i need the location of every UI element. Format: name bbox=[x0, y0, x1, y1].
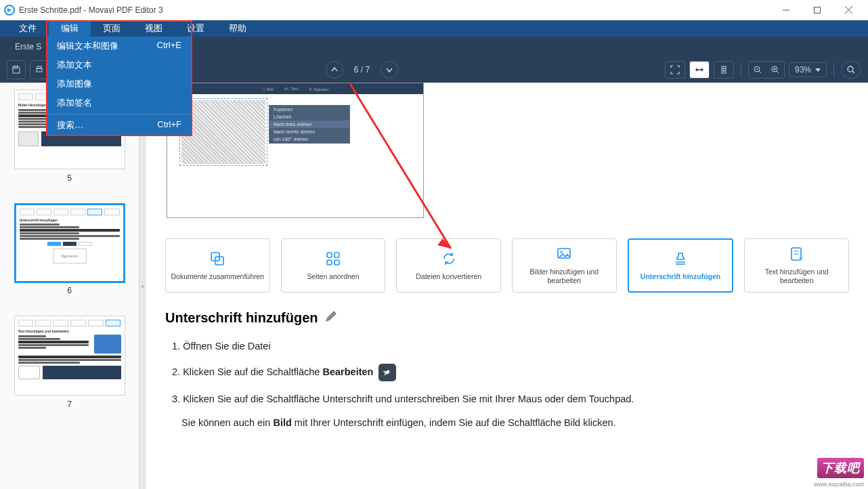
svg-point-27 bbox=[561, 251, 563, 253]
search-button[interactable] bbox=[841, 61, 861, 79]
menubar: 文件 编辑 页面 视图 设置 帮助 bbox=[0, 20, 868, 37]
svg-point-16 bbox=[848, 66, 853, 72]
dd-search[interactable]: 搜索…Ctrl+F bbox=[47, 116, 191, 135]
svg-rect-2 bbox=[815, 7, 821, 13]
thumbnail-number: 5 bbox=[0, 173, 139, 183]
dd-add-signature[interactable]: 添加签名 bbox=[47, 93, 191, 112]
save-button[interactable] bbox=[7, 60, 26, 79]
dd-add-text[interactable]: 添加文本 bbox=[47, 56, 191, 75]
svg-rect-5 bbox=[14, 66, 18, 68]
page-down-button[interactable] bbox=[381, 61, 398, 79]
image-context-menu: Kopieren Löschen Nach links drehen Nach … bbox=[269, 105, 350, 144]
menu-view[interactable]: 视图 bbox=[133, 20, 175, 37]
thumbnail[interactable]: Unterschrift hinzufügen Signature bbox=[14, 203, 125, 283]
card-arrange[interactable]: Seiten anordnen bbox=[281, 238, 386, 293]
stamp-icon bbox=[672, 251, 689, 267]
card-signature[interactable]: Unterschrift hinzufügen bbox=[628, 238, 734, 293]
main-content: ▢ Bild A□ Text ✎ Signatur Kopieren Lösch… bbox=[146, 83, 868, 489]
close-button[interactable] bbox=[833, 0, 864, 20]
svg-rect-24 bbox=[327, 260, 332, 265]
menu-file[interactable]: 文件 bbox=[7, 20, 49, 37]
fit-page-button[interactable] bbox=[714, 61, 734, 79]
edit-dropdown: 编辑文本和图像Ctrl+E 添加文本 添加图像 添加签名 搜索…Ctrl+F bbox=[46, 37, 192, 136]
menu-page[interactable]: 页面 bbox=[91, 20, 133, 37]
ctx-rotate-left[interactable]: Nach links drehen bbox=[269, 121, 349, 128]
card-convert[interactable]: Dateien konvertieren bbox=[396, 238, 501, 293]
maximize-button[interactable] bbox=[802, 0, 833, 20]
menu-help[interactable]: 帮助 bbox=[217, 20, 259, 37]
page-preview: ▢ Bild A□ Text ✎ Signatur Kopieren Lösch… bbox=[167, 83, 424, 218]
svg-rect-25 bbox=[334, 260, 339, 265]
grid-icon bbox=[325, 251, 341, 267]
thumbnail-number: 7 bbox=[0, 400, 139, 409]
titlebar: Erste Schritte.pdf - Movavi PDF Editor 3 bbox=[0, 0, 868, 20]
ctx-rotate-right[interactable]: Nach rechts drehen bbox=[269, 128, 349, 135]
text-icon bbox=[789, 246, 805, 262]
card-text[interactable]: Text hinzufügen und bearbeiten bbox=[744, 238, 849, 293]
thumbnail-number: 6 bbox=[0, 286, 139, 295]
step-1: Öffnen Sie die Datei bbox=[172, 339, 849, 353]
panel-splitter[interactable]: « bbox=[139, 83, 146, 489]
selected-image[interactable] bbox=[179, 98, 267, 166]
menu-edit[interactable]: 编辑 bbox=[49, 20, 91, 37]
app-logo-icon bbox=[4, 5, 15, 16]
svg-rect-22 bbox=[327, 253, 332, 257]
svg-line-15 bbox=[777, 71, 779, 73]
section-heading: Unterschrift hinzufügen bbox=[165, 309, 849, 327]
watermark-url: www.xiazaiba.com bbox=[814, 481, 864, 488]
card-images[interactable]: Bilder hinzufügen und bearbeiten bbox=[512, 238, 617, 293]
svg-line-11 bbox=[759, 71, 761, 73]
ctx-rotate-180[interactable]: Um 180° drehen bbox=[269, 135, 349, 143]
thumbnail-panel: Bilder Hinzufügen 5 Unterschrift hinzufü… bbox=[0, 83, 139, 489]
zoom-level[interactable]: 93% bbox=[789, 62, 827, 77]
step-2: Klicken Sie auf die Schaltfläche Bearbei… bbox=[172, 364, 849, 381]
fit-width-button[interactable] bbox=[689, 61, 710, 79]
menu-settings[interactable]: 设置 bbox=[175, 20, 217, 37]
page-indicator: 6 / 7 bbox=[350, 65, 374, 75]
svg-line-17 bbox=[852, 71, 854, 73]
action-cards: Dokumente zusammenführen Seiten anordnen… bbox=[146, 232, 868, 309]
image-icon bbox=[556, 246, 572, 262]
dd-add-image[interactable]: 添加图像 bbox=[47, 75, 191, 93]
svg-rect-6 bbox=[37, 68, 42, 72]
edit-inline-icon: T bbox=[378, 364, 396, 381]
ctx-copy[interactable]: Kopieren bbox=[269, 106, 349, 113]
document-tab[interactable]: Erste S bbox=[8, 42, 48, 51]
dd-edit-text-image[interactable]: 编辑文本和图像Ctrl+E bbox=[47, 37, 191, 56]
ctx-delete[interactable]: Löschen bbox=[269, 113, 349, 121]
minimize-button[interactable] bbox=[771, 0, 802, 20]
step-3-sub: Sie können auch ein Bild mit Ihrer Unter… bbox=[165, 417, 849, 428]
svg-rect-23 bbox=[334, 253, 339, 257]
step-3: Klicken Sie auf die Schaltfläche Untersc… bbox=[172, 392, 849, 406]
window-title: Erste Schritte.pdf - Movavi PDF Editor 3 bbox=[19, 5, 163, 15]
convert-icon bbox=[441, 251, 457, 267]
pen-icon bbox=[324, 309, 339, 327]
page-up-button[interactable] bbox=[326, 61, 343, 79]
merge-icon bbox=[209, 251, 225, 267]
svg-rect-7 bbox=[37, 66, 41, 68]
thumbnail[interactable]: Text hinzufügen und bearbeiten bbox=[14, 316, 125, 396]
zoom-in-button[interactable] bbox=[766, 62, 784, 78]
card-merge[interactable]: Dokumente zusammenführen bbox=[165, 238, 270, 293]
fullscreen-button[interactable] bbox=[665, 61, 685, 79]
zoom-out-button[interactable] bbox=[749, 62, 766, 78]
watermark-logo: 下载吧 bbox=[817, 458, 864, 478]
